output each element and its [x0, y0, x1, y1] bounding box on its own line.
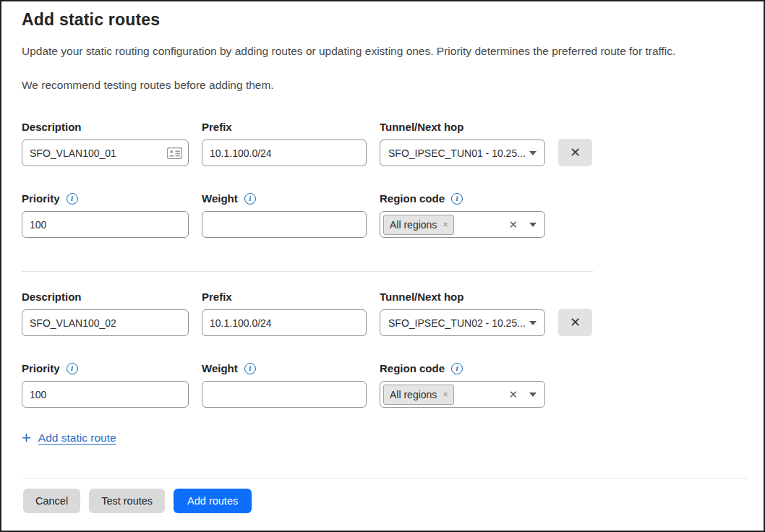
info-icon[interactable]: i — [244, 363, 256, 374]
prefix-input[interactable] — [202, 140, 367, 166]
region-tag: All regions × — [383, 215, 454, 235]
region-select[interactable]: All regions × ✕ — [380, 381, 545, 408]
priority-label: Priority i — [22, 192, 189, 205]
region-tag-label: All regions — [390, 389, 437, 400]
cancel-button[interactable]: Cancel — [23, 489, 80, 513]
group-divider — [22, 271, 593, 272]
tunnel-select[interactable]: SFO_IPSEC_TUN01 - 10.25... — [380, 140, 545, 166]
tunnel-select-value: SFO_IPSEC_TUN01 - 10.25... — [388, 147, 526, 159]
contact-card-icon — [167, 147, 182, 159]
tunnel-select[interactable]: SFO_IPSEC_TUN02 - 10.25... — [380, 309, 545, 336]
add-routes-button[interactable]: Add routes — [174, 489, 252, 513]
clear-selection-icon[interactable]: ✕ — [508, 218, 518, 231]
close-icon: ✕ — [570, 314, 581, 330]
tunnel-label: Tunnel/Next hop — [380, 291, 545, 303]
prefix-label: Prefix — [202, 291, 367, 303]
priority-input[interactable] — [22, 381, 189, 408]
region-tag: All regions × — [383, 385, 454, 405]
test-routes-button[interactable]: Test routes — [89, 489, 165, 513]
info-icon[interactable]: i — [244, 193, 256, 205]
info-icon[interactable]: i — [451, 363, 463, 374]
priority-label: Priority i — [22, 362, 189, 374]
info-icon[interactable]: i — [67, 363, 78, 374]
weight-label: Weight i — [202, 192, 367, 205]
chevron-down-icon — [529, 392, 537, 397]
weight-label: Weight i — [202, 362, 367, 374]
route-group-2: Description Prefix Tunnel/Next hop SFO_I… — [22, 291, 743, 408]
clear-selection-icon[interactable]: ✕ — [508, 388, 518, 401]
dialog-footer: Cancel Test routes Add routes — [23, 478, 747, 513]
weight-input[interactable] — [202, 381, 367, 408]
info-icon[interactable]: i — [451, 193, 463, 205]
tunnel-label: Tunnel/Next hop — [380, 121, 545, 133]
priority-input[interactable] — [22, 211, 189, 238]
chevron-down-icon — [529, 223, 537, 227]
remove-route-button[interactable]: ✕ — [558, 309, 592, 336]
prefix-input[interactable] — [202, 309, 367, 336]
region-select[interactable]: All regions × ✕ — [380, 211, 545, 238]
info-icon[interactable]: i — [67, 193, 78, 205]
chevron-down-icon — [529, 151, 537, 155]
region-tag-label: All regions — [390, 219, 437, 231]
note-text: We recommend testing routes before addin… — [22, 79, 743, 92]
weight-input[interactable] — [202, 211, 367, 238]
page-title: Add static routes — [22, 10, 743, 30]
remove-route-button[interactable]: ✕ — [558, 139, 592, 166]
add-static-route-link[interactable]: + Add static route — [22, 430, 116, 446]
close-icon: ✕ — [570, 145, 581, 160]
description-label: Description — [22, 291, 189, 303]
region-code-label: Region code i — [380, 192, 545, 205]
intro-text: Update your static routing configuration… — [22, 45, 743, 58]
route-group-1: Description — [22, 121, 743, 238]
add-static-route-label[interactable]: Add static route — [38, 432, 116, 445]
description-input[interactable] — [22, 309, 189, 336]
add-static-routes-dialog: Add static routes Update your static rou… — [0, 0, 765, 532]
chevron-down-icon — [529, 321, 537, 325]
tunnel-select-value: SFO_IPSEC_TUN02 - 10.25... — [388, 317, 526, 329]
description-label: Description — [22, 121, 189, 133]
plus-icon: + — [22, 430, 31, 446]
remove-tag-icon[interactable]: × — [443, 390, 448, 400]
region-code-label: Region code i — [380, 362, 545, 374]
remove-tag-icon[interactable]: × — [443, 220, 448, 230]
description-input[interactable] — [22, 140, 189, 166]
prefix-label: Prefix — [202, 121, 367, 133]
